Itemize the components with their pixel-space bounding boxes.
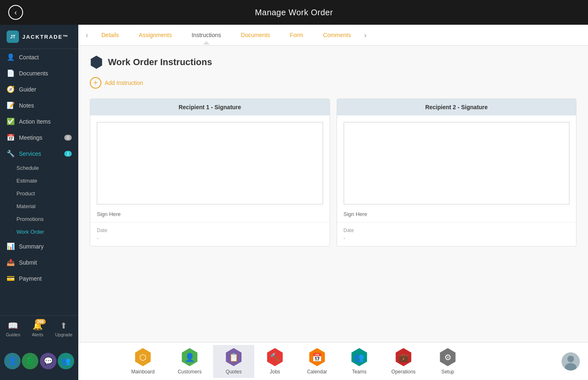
contact-icon: 👤 <box>7 53 15 61</box>
sidebar-label-promotions: Promotions <box>16 216 44 222</box>
sidebar-scroll: 👤 Contact 📄 Documents 🧭 Guider 📝 Notes ✅ <box>0 49 78 315</box>
tab-form[interactable]: Form <box>280 26 313 44</box>
action-items-icon: ✅ <box>7 117 15 125</box>
alerts-button[interactable]: 🔔 266 Alerts <box>32 321 43 337</box>
nav-calendar[interactable]: 📅 Calendar <box>295 345 339 378</box>
bottom-chat-icon[interactable]: 💬 <box>40 353 56 369</box>
nav-customers-label: Customers <box>178 369 201 375</box>
tabs-bar: ‹ Details Assignments Instructions Docum… <box>78 25 588 46</box>
sidebar-item-guider[interactable]: 🧭 Guider <box>0 81 78 97</box>
customers-hex-icon: 👤 <box>180 348 199 366</box>
add-instruction-label: Add Instruction <box>105 80 143 86</box>
date-value-1: - <box>97 235 323 241</box>
sidebar-label-product: Product <box>16 190 35 197</box>
nav-quotes[interactable]: 📋 Quotes <box>213 345 254 378</box>
sidebar-item-meetings[interactable]: 📅 Meetings 0 <box>0 129 78 145</box>
add-instruction-button[interactable]: + Add Instruction <box>90 77 576 89</box>
bottom-nav-items: ⬡ Mainboard 👤 Customers 📋 Quotes 🔨 Jobs … <box>119 345 468 378</box>
tab-details[interactable]: Details <box>91 26 129 44</box>
sidebar-label-work-order: Work Order <box>16 229 44 235</box>
sidebar-item-work-order[interactable]: Work Order <box>0 225 78 238</box>
bottom-dollar-icon[interactable]: 💲 <box>22 353 38 369</box>
section-hex-icon <box>90 56 103 69</box>
sidebar-label-documents: Documents <box>19 70 48 77</box>
payment-icon: 💳 <box>7 274 15 282</box>
nav-jobs[interactable]: 🔨 Jobs <box>254 345 295 378</box>
nav-setup[interactable]: ⚙ Setup <box>427 345 469 378</box>
logo-icon: JT <box>7 30 19 43</box>
bottom-person-icon[interactable]: 👤 <box>4 353 21 369</box>
sign-here-label-2: Sign Here <box>337 211 576 222</box>
signature-area-2[interactable] <box>344 122 570 204</box>
date-label-2: Date <box>344 228 570 233</box>
page-title: Manage Work Order <box>255 8 333 17</box>
sidebar-item-action-items[interactable]: ✅ Action Items <box>0 113 78 129</box>
page-title-section: Work Order Instructions <box>90 56 576 69</box>
sidebar: JT JACKTRADE™ 👤 Contact 📄 Documents 🧭 Gu… <box>0 25 78 342</box>
signature-card-1: Recipient 1 - Signature Sign Here Date - <box>90 99 330 246</box>
sidebar-item-contact[interactable]: 👤 Contact <box>0 49 78 65</box>
bottom-group-icon[interactable]: 👥 <box>58 353 74 369</box>
sidebar-label-material: Material <box>16 203 35 209</box>
tab-instructions[interactable]: Instructions <box>182 26 231 44</box>
sidebar-item-services[interactable]: 🔧 Services 1 <box>0 145 78 162</box>
sidebar-label-submit: Submit <box>19 259 37 266</box>
sidebar-logo: JT JACKTRADE™ <box>0 25 78 49</box>
page-content: Work Order Instructions + Add Instructio… <box>78 46 588 342</box>
tab-documents[interactable]: Documents <box>231 26 280 44</box>
signature-row: Recipient 1 - Signature Sign Here Date -… <box>90 99 576 246</box>
bottom-nav: 👤 💲 💬 👥 ⬡ Mainboard 👤 Customers 📋 Quotes… <box>0 342 588 380</box>
nav-jobs-label: Jobs <box>269 369 280 375</box>
calendar-hex-icon: 📅 <box>308 348 326 366</box>
back-button[interactable]: ‹ <box>8 5 23 20</box>
nav-operations[interactable]: 💼 Operations <box>380 345 427 378</box>
sidebar-label-services: Services <box>19 150 41 157</box>
svg-point-1 <box>567 356 574 362</box>
sidebar-item-summary[interactable]: 📊 Summary <box>0 238 78 254</box>
nav-setup-label: Setup <box>441 369 454 375</box>
date-section-1: Date - <box>90 222 330 246</box>
nav-calendar-label: Calendar <box>307 369 327 375</box>
upgrade-button[interactable]: ⬆ Upgrade <box>55 321 73 337</box>
top-bar: ‹ Manage Work Order <box>0 0 588 25</box>
sidebar-item-payment[interactable]: 💳 Payment <box>0 270 78 286</box>
main-layout: JT JACKTRADE™ 👤 Contact 📄 Documents 🧭 Gu… <box>0 25 588 342</box>
tab-prev-arrow[interactable]: ‹ <box>82 25 91 45</box>
guider-icon: 🧭 <box>7 85 15 93</box>
sidebar-item-material[interactable]: Material <box>0 200 78 213</box>
services-badge: 1 <box>64 151 72 157</box>
sidebar-item-notes[interactable]: 📝 Notes <box>0 97 78 113</box>
nav-customers[interactable]: 👤 Customers <box>166 345 213 378</box>
sidebar-label-action-items: Action Items <box>19 118 51 125</box>
sidebar-label-guider: Guider <box>19 86 36 93</box>
setup-hex-icon: ⚙ <box>439 348 457 366</box>
sidebar-label-summary: Summary <box>19 243 44 250</box>
nav-teams-label: Teams <box>352 369 366 375</box>
sidebar-item-schedule[interactable]: Schedule <box>0 162 78 174</box>
user-avatar[interactable] <box>562 352 580 371</box>
guides-button[interactable]: 📖 Guides <box>6 321 20 337</box>
signature-card-2: Recipient 2 - Signature Sign Here Date - <box>337 99 577 246</box>
services-icon: 🔧 <box>7 150 15 157</box>
sidebar-label-contact: Contact <box>19 54 39 61</box>
nav-mainboard[interactable]: ⬡ Mainboard <box>119 345 166 378</box>
sidebar-item-submit[interactable]: 📤 Submit <box>0 254 78 270</box>
signature-area-1[interactable] <box>97 122 323 204</box>
sidebar-item-promotions[interactable]: Promotions <box>0 213 78 225</box>
signature-card-1-header: Recipient 1 - Signature <box>90 99 330 115</box>
sidebar-item-estimate[interactable]: Estimate <box>0 174 78 187</box>
quotes-hex-icon: 📋 <box>225 348 243 366</box>
sidebar-item-documents[interactable]: 📄 Documents <box>0 65 78 81</box>
tab-next-arrow[interactable]: › <box>361 25 370 45</box>
date-section-2: Date - <box>337 222 576 246</box>
date-label-1: Date <box>97 228 323 233</box>
tab-assignments[interactable]: Assignments <box>129 26 182 44</box>
add-instruction-plus-icon: + <box>90 77 101 89</box>
notes-icon: 📝 <box>7 101 15 109</box>
date-value-2: - <box>344 235 570 241</box>
guides-label: Guides <box>6 332 20 337</box>
sidebar-item-product[interactable]: Product <box>0 187 78 200</box>
tab-comments[interactable]: Comments <box>313 26 361 44</box>
sidebar-label-schedule: Schedule <box>16 165 39 171</box>
nav-teams[interactable]: 👥 Teams <box>339 345 380 378</box>
